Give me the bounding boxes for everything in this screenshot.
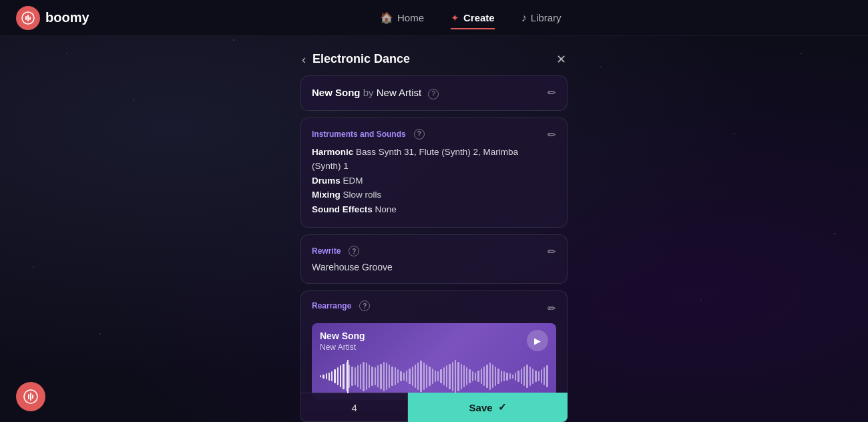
artist-name: New Artist [377, 87, 422, 98]
waveform-bar [455, 360, 456, 393]
waveform-bar [397, 369, 399, 383]
waveform-bar [360, 364, 361, 389]
waveform-bar [489, 363, 491, 390]
panel: ‹ Electronic Dance ✕ New Song by New Art… [300, 52, 568, 422]
waveform-bar [497, 369, 499, 385]
rearrange-info-icon[interactable]: ? [359, 300, 370, 311]
rearrange-edit-button[interactable]: ✏ [548, 302, 556, 314]
waveform-bar [423, 363, 425, 390]
rewrite-info-icon[interactable]: ? [349, 246, 359, 256]
close-button[interactable]: ✕ [556, 53, 566, 65]
song-title-info: New Song by New Artist ? [312, 87, 439, 99]
nav-links: 🏠 Home ✦ Create ♪ Library [369, 7, 572, 28]
waveform-bar [466, 367, 467, 385]
song-name: New Song [312, 87, 361, 98]
waveform-bar [501, 371, 502, 383]
waveform-bar [475, 373, 476, 381]
panel-title: Electronic Dance [312, 52, 410, 66]
song-info-icon[interactable]: ? [428, 89, 439, 99]
library-icon: ♪ [521, 12, 527, 24]
waveform-bar [426, 365, 427, 388]
harmonic-row: Harmonic Bass Synth 31, Flute (Synth) 2,… [312, 145, 548, 174]
song-edit-button[interactable]: ✏ [548, 87, 556, 99]
waveform-bar [517, 371, 519, 383]
logo-text: boomy [45, 10, 89, 25]
logo: boomy [16, 6, 89, 30]
waveform-bar [535, 371, 536, 383]
waveform-bar [389, 365, 390, 388]
waveform-bar [506, 373, 507, 381]
svg-rect-3 [29, 17, 31, 20]
instruments-edit-button[interactable]: ✏ [548, 129, 556, 141]
waveform-bar [477, 371, 479, 383]
waveform-bar [417, 363, 419, 390]
svg-rect-7 [32, 395, 33, 399]
waveform-bar [420, 361, 421, 392]
waveform-bar [326, 373, 327, 379]
waveform-bar [363, 362, 364, 391]
create-icon: ✦ [451, 12, 459, 24]
waveform-bar [377, 365, 379, 387]
waveform-bar [541, 369, 542, 383]
waveform-bar [437, 371, 439, 381]
waveform-bar [340, 365, 341, 387]
waveform-bar [529, 367, 531, 386]
save-label: Save [469, 402, 493, 413]
instruments-card: Instruments and Sounds ? Harmonic Bass S… [300, 118, 568, 228]
waveform-bar [351, 367, 353, 386]
waveform-bar [355, 367, 356, 385]
save-button[interactable]: Save ✓ [408, 393, 568, 422]
nav-library[interactable]: ♪ Library [511, 8, 572, 28]
home-icon: 🏠 [380, 11, 393, 24]
waveform-bar [391, 367, 393, 386]
rewrite-card: Rewrite ? Warehouse Groove ✏ [300, 234, 568, 284]
waveform-bar [486, 365, 487, 388]
waveform-bar [449, 364, 450, 389]
waveform-bar [357, 365, 359, 387]
waveform-bar [375, 367, 376, 385]
waveform-bar [432, 369, 433, 385]
svg-rect-2 [27, 15, 29, 21]
rewrite-value: Warehouse Groove [312, 262, 393, 272]
waveform-bar [349, 365, 350, 388]
waveform-area: New Song New Artist ▶ [312, 323, 556, 399]
play-icon: ▶ [534, 336, 541, 346]
waveform-bar [512, 375, 513, 379]
waveform-bar [320, 375, 321, 377]
waveform-bar [469, 369, 470, 383]
waveform-bar [532, 369, 533, 385]
save-icon: ✓ [498, 401, 507, 413]
back-button[interactable]: ‹ [302, 53, 306, 65]
waveform-bar [463, 365, 465, 387]
waveform-bar [440, 369, 441, 383]
mixing-row: Mixing Slow rolls [312, 188, 548, 202]
waveform-bar [409, 369, 410, 385]
rearrange-card: Rearrange ? ✏ New Song New Artist ▶ [300, 290, 568, 409]
waveform-bar [334, 369, 335, 383]
drums-row: Drums EDM [312, 174, 548, 188]
rewrite-edit-button[interactable]: ✏ [548, 246, 556, 258]
waveform-bar [395, 367, 396, 385]
waveform-bar [546, 365, 548, 387]
waveform-bar [509, 373, 511, 379]
instruments-label: Instruments and Sounds ? [312, 129, 548, 140]
logo-icon [16, 6, 40, 30]
waveform-bar [515, 373, 516, 381]
waveform-bar [369, 365, 370, 388]
song-title-card: New Song by New Artist ? ✏ [300, 75, 568, 111]
waveform-bars [320, 360, 548, 393]
rearrange-label: Rearrange ? [312, 300, 370, 311]
waveform-bar [544, 367, 545, 385]
waveform-bar [380, 364, 381, 389]
waveform-bar [492, 365, 493, 388]
instruments-info-icon[interactable]: ? [414, 129, 425, 140]
nav-create[interactable]: ✦ Create [440, 8, 505, 28]
nav-home[interactable]: 🏠 Home [369, 7, 435, 28]
main-content: ‹ Electronic Dance ✕ New Song by New Art… [0, 36, 868, 422]
waveform-bar [443, 367, 445, 385]
waveform-bar [457, 362, 459, 391]
svg-rect-5 [28, 394, 29, 399]
waveform-bar [415, 365, 416, 388]
bottom-player-button[interactable] [16, 382, 45, 411]
waveform-bar [526, 365, 527, 388]
